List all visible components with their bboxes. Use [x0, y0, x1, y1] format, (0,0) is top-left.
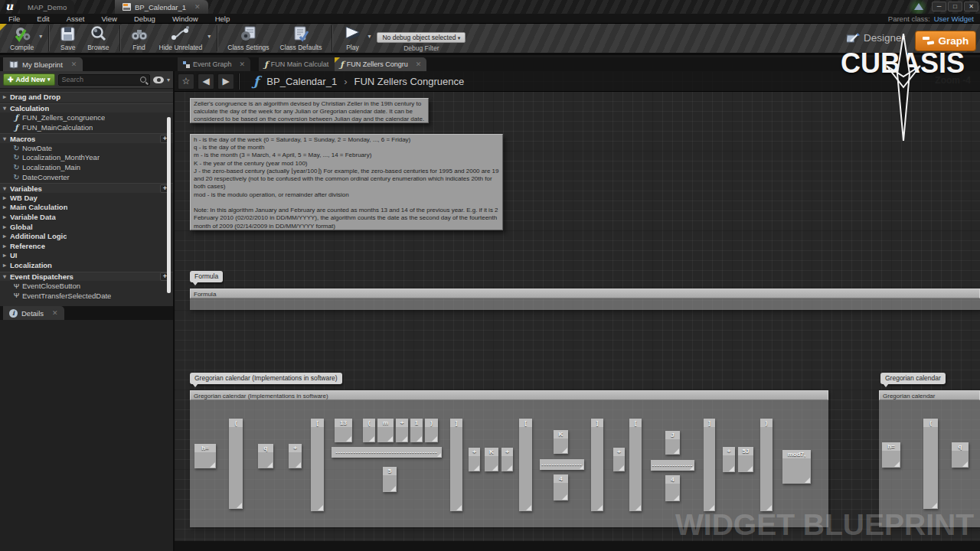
formula-symbol-node[interactable]: q [258, 444, 273, 468]
node-label: ( [923, 419, 938, 427]
node-label: ] [704, 419, 715, 427]
favorite-star-button[interactable]: ☆ [178, 73, 194, 90]
designer-mode-button[interactable]: Designer [847, 32, 905, 44]
node-label: ---------------- [651, 460, 694, 471]
formula-symbol-node[interactable]: h= [194, 444, 216, 468]
formula-symbol-node[interactable]: [ [519, 419, 532, 511]
node-label: m [377, 419, 394, 427]
node-label: h= [882, 442, 900, 451]
formula-symbol-node[interactable]: ( [229, 419, 243, 509]
comment-node-formula[interactable]: Formula [190, 289, 980, 310]
formula-symbol-node[interactable]: + [469, 448, 480, 471]
formula-symbol-node[interactable]: [ [311, 419, 324, 511]
node-label: + [469, 448, 480, 456]
formula-symbol-node[interactable]: ( [923, 419, 938, 509]
formula-symbol-node[interactable]: q [952, 442, 969, 468]
node-label: 4 [554, 474, 568, 483]
formula-symbol-node[interactable]: K [554, 430, 568, 454]
node-label: ) [760, 419, 773, 427]
comment-body [190, 298, 980, 310]
formula-symbol-node[interactable]: 4 [665, 475, 680, 501]
formula-symbol-node[interactable]: 5 [383, 467, 397, 492]
formula-symbol-node[interactable]: [ [629, 419, 642, 511]
formula-symbol-node[interactable]: J [665, 431, 680, 455]
formula-symbol-node[interactable]: ] [591, 419, 603, 511]
node-label: 13 [335, 419, 352, 427]
formula-fraction-bar-node[interactable]: ---------------- [651, 460, 694, 471]
blueprint-editor-window: u MAP_Demo BP_Calendar_1 ✕ ─ □ ✕ FileEdi… [0, 0, 980, 551]
formula-symbol-node[interactable]: mod7, [782, 450, 811, 484]
formula-symbol-node[interactable]: K [485, 448, 498, 471]
node-label: q [952, 442, 969, 451]
formula-symbol-node[interactable]: ( [363, 419, 375, 442]
comment-header[interactable]: Gregorian calendar [879, 390, 980, 400]
node-label: K [554, 430, 568, 439]
comment-title-bubble: Formula [190, 271, 223, 282]
node-label: q [258, 444, 273, 452]
node-label: ( [229, 419, 243, 427]
node-label: + [723, 447, 735, 455]
designer-icon [847, 32, 860, 44]
node-label: + [396, 419, 408, 427]
breadcrumb-separator: › [344, 76, 347, 87]
formula-symbol-node[interactable]: + [613, 448, 625, 471]
formula-symbol-node[interactable]: 13 [335, 419, 352, 442]
formula-symbol-node[interactable]: ] [450, 419, 462, 511]
formula-symbol-node[interactable]: + [501, 448, 513, 471]
comment-title-bubble: Gregorian calendar (Implementations in s… [190, 373, 342, 384]
widget-blueprint-watermark: WIDGET BLUEPRINT [675, 508, 974, 542]
node-label: 1 [410, 419, 423, 427]
back-button[interactable]: ◀ [198, 73, 214, 90]
formula-fraction-bar-node[interactable]: ---------------- [540, 459, 584, 470]
node-label: h= [194, 444, 216, 452]
node-label: [ [629, 419, 642, 427]
graph-icon [923, 36, 935, 46]
breadcrumb-current[interactable]: FUN Zellers Congruence [354, 76, 464, 87]
node-label: + [613, 448, 625, 456]
graph-mode-button[interactable]: Graph [916, 31, 975, 51]
node-label: + [501, 448, 513, 456]
formula-symbol-node[interactable]: ) [425, 419, 438, 442]
formula-symbol-node[interactable]: 4 [554, 474, 568, 500]
forward-button[interactable]: ▶ [217, 73, 234, 90]
breadcrumb-root[interactable]: BP_Calendar_1 [266, 76, 337, 87]
formula-symbol-node[interactable]: ) [760, 419, 773, 511]
formula-symbol-node[interactable]: + [723, 447, 735, 472]
node-label: 4 [665, 475, 680, 484]
divider [238, 73, 239, 90]
node-label: 5J [738, 447, 753, 455]
formula-symbol-node[interactable]: h= [882, 442, 900, 468]
node-label: ) [425, 419, 438, 427]
node-label: + [289, 444, 302, 452]
formula-symbol-node[interactable]: m [377, 419, 394, 442]
comment-title-bubble: Gregorian calendar [880, 373, 946, 384]
comment-header[interactable]: Formula [190, 289, 980, 298]
formula-fraction-bar-node[interactable]: ---------------------------------------- [332, 447, 442, 458]
node-label: ( [363, 419, 375, 427]
node-label: [ [519, 419, 532, 427]
node-label: J [665, 431, 680, 439]
formula-symbol-node[interactable]: + [289, 444, 302, 468]
node-label: mod7, [782, 450, 811, 458]
node-label: ---------------------------------------- [332, 447, 442, 458]
function-icon: ƒ [253, 73, 259, 89]
node-label: 5 [383, 467, 397, 475]
node-label: K [485, 448, 498, 456]
formula-symbol-node[interactable]: + [396, 419, 408, 442]
breadcrumb: ☆ ◀ ▶ ƒ BP_Calendar_1 › FUN Zellers Cong… [175, 71, 980, 92]
node-label: [ [311, 419, 324, 427]
formula-symbol-node[interactable]: 5J [738, 447, 753, 472]
comment-header[interactable]: Gregorian calendar (Implementations in s… [190, 390, 828, 400]
formula-symbol-node[interactable]: ] [704, 419, 715, 511]
node-label: ] [591, 419, 603, 427]
formula-symbol-node[interactable]: 1 [410, 419, 423, 442]
node-label: ] [450, 419, 462, 427]
comment-node-description[interactable]: Zeller's congruence is an algorithm devi… [190, 98, 429, 123]
comment-node-variables-legend[interactable]: h - is the day of the week (0 = Saturday… [190, 134, 503, 230]
node-label: ---------------- [540, 459, 584, 470]
